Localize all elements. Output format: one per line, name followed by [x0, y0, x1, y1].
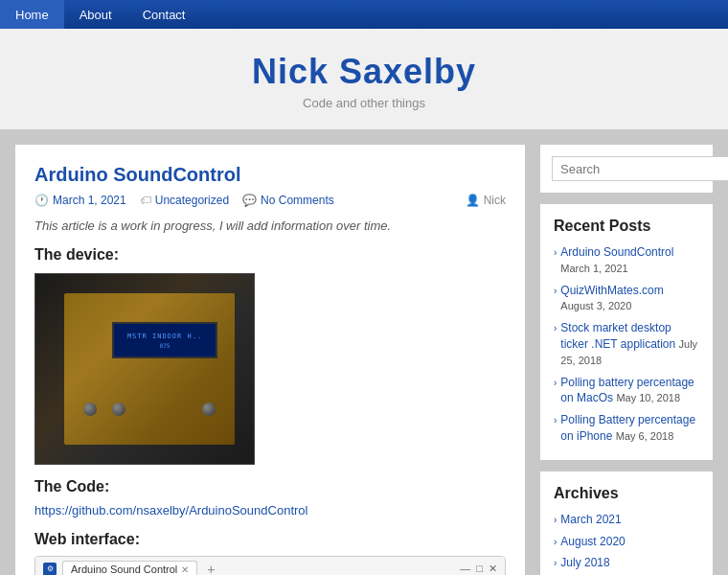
list-item: › QuizWithMates.com August 3, 2020: [554, 283, 699, 315]
browser-mockup: ⚙ Arduino Sound Control ✕ + — □ ✕: [34, 556, 506, 575]
browser-favicon: ⚙: [43, 563, 57, 576]
device-knob-1: [83, 402, 97, 416]
arrow-icon: ›: [554, 536, 557, 549]
archives-widget: Archives › March 2021 › August 2020 › Ju…: [540, 472, 713, 575]
list-item: › Arduino SoundControl March 1, 2021: [554, 244, 699, 277]
post-category-meta: 🏷 Uncategorized: [140, 194, 229, 207]
device-image: MSTR INDOOR H.. 075: [34, 273, 255, 465]
code-link[interactable]: https://github.com/nsaxelby/ArduinoSound…: [34, 503, 506, 518]
browser-tab[interactable]: Arduino Sound Control ✕: [62, 561, 197, 575]
device-screen: MSTR INDOOR H.. 075: [112, 322, 217, 358]
arrow-icon: ›: [554, 414, 557, 427]
list-item: › Polling Battery percentage on iPhone M…: [554, 412, 699, 445]
arrow-icon: ›: [554, 246, 557, 260]
screen-line2: 075: [160, 342, 171, 349]
recent-post-1: Arduino SoundControl March 1, 2021: [560, 244, 699, 277]
nav-about[interactable]: About: [64, 0, 127, 29]
post-meta: 🕐 March 1, 2021 🏷 Uncategorized 💬 No Com…: [34, 194, 506, 207]
recent-post-date-2: August 3, 2020: [560, 300, 631, 311]
archive-link-3[interactable]: July 2018: [560, 555, 609, 571]
post-date[interactable]: March 1, 2021: [53, 194, 126, 207]
user-icon: 👤: [466, 194, 480, 207]
post-comments[interactable]: No Comments: [261, 194, 334, 207]
device-heading: The device:: [34, 246, 506, 264]
post-author-meta: 👤 Nick: [466, 194, 506, 207]
device-knob-3: [202, 402, 216, 416]
list-item: › March 2021: [554, 512, 699, 528]
content-area: Arduino SoundControl 🕐 March 1, 2021 🏷 U…: [15, 145, 525, 575]
list-item: › August 2020: [554, 534, 699, 550]
sidebar-search: 🔍: [540, 145, 713, 193]
arrow-icon: ›: [554, 514, 557, 527]
browser-tab-add[interactable]: +: [203, 562, 218, 576]
clock-icon: 🕐: [34, 194, 49, 207]
device-knob-2: [112, 402, 125, 416]
recent-post-5: Polling Battery percentage on iPhone May…: [560, 412, 699, 445]
site-title: Nick Saxelby: [0, 52, 728, 92]
recent-post-4: Polling battery percentage on MacOs May …: [560, 375, 699, 407]
browser-minimize[interactable]: —: [460, 563, 470, 575]
code-heading: The Code:: [34, 478, 506, 495]
list-item: › July 2018: [554, 555, 699, 571]
recent-post-link-2[interactable]: QuizWithMates.com: [560, 284, 663, 297]
recent-post-date-1: March 1, 2021: [560, 263, 627, 274]
post-comments-meta: 💬 No Comments: [242, 194, 334, 207]
post-title: Arduino SoundControl: [34, 164, 506, 186]
browser-titlebar: ⚙ Arduino Sound Control ✕ + — □ ✕: [35, 557, 505, 575]
recent-post-link-1[interactable]: Arduino SoundControl: [560, 245, 673, 259]
recent-post-2: QuizWithMates.com August 3, 2020: [560, 283, 699, 315]
recent-posts-title: Recent Posts: [554, 218, 699, 235]
recent-post-date-5: May 6, 2018: [616, 430, 674, 442]
device-image-inner: MSTR INDOOR H.. 075: [35, 274, 254, 464]
nav-contact[interactable]: Contact: [127, 0, 201, 29]
post-category[interactable]: Uncategorized: [155, 194, 229, 207]
archive-link-2[interactable]: August 2020: [560, 534, 625, 550]
site-tagline: Code and other things: [0, 96, 728, 110]
device-box: MSTR INDOOR H.. 075: [64, 293, 235, 445]
browser-tab-close[interactable]: ✕: [181, 564, 189, 575]
arrow-icon: ›: [554, 377, 557, 390]
arrow-icon: ›: [554, 557, 557, 570]
list-item: › Stock market desktop ticker .NET appli…: [554, 320, 699, 368]
arrow-icon: ›: [554, 322, 557, 335]
comment-icon: 💬: [242, 194, 257, 207]
list-item: › Polling battery percentage on MacOs Ma…: [554, 375, 699, 407]
web-interface-heading: Web interface:: [34, 531, 506, 548]
recent-post-link-3[interactable]: Stock market desktop ticker .NET applica…: [560, 321, 675, 351]
arrow-icon: ›: [554, 285, 557, 298]
archives-title: Archives: [554, 485, 699, 502]
post-intro: This article is a work in progress, I wi…: [34, 218, 506, 233]
sidebar: 🔍 Recent Posts › Arduino SoundControl Ma…: [540, 145, 713, 575]
recent-posts-widget: Recent Posts › Arduino SoundControl Marc…: [540, 204, 713, 460]
tag-icon: 🏷: [140, 194, 151, 207]
main-nav: Home About Contact: [0, 0, 728, 29]
site-header: Nick Saxelby Code and other things: [0, 29, 728, 129]
browser-tab-label: Arduino Sound Control: [71, 564, 177, 575]
archive-link-1[interactable]: March 2021: [560, 512, 621, 528]
search-input[interactable]: [552, 156, 728, 181]
browser-maximize[interactable]: □: [476, 563, 483, 575]
screen-line1: MSTR INDOOR H..: [127, 333, 202, 340]
post-author: Nick: [484, 194, 506, 207]
browser-close[interactable]: ✕: [489, 563, 497, 575]
recent-post-3: Stock market desktop ticker .NET applica…: [560, 320, 699, 368]
main-wrapper: Arduino SoundControl 🕐 March 1, 2021 🏷 U…: [0, 129, 728, 575]
browser-controls: — □ ✕: [460, 563, 497, 575]
recent-post-date-4: May 10, 2018: [616, 392, 680, 403]
post-date-meta: 🕐 March 1, 2021: [34, 194, 126, 207]
nav-home[interactable]: Home: [0, 0, 64, 29]
